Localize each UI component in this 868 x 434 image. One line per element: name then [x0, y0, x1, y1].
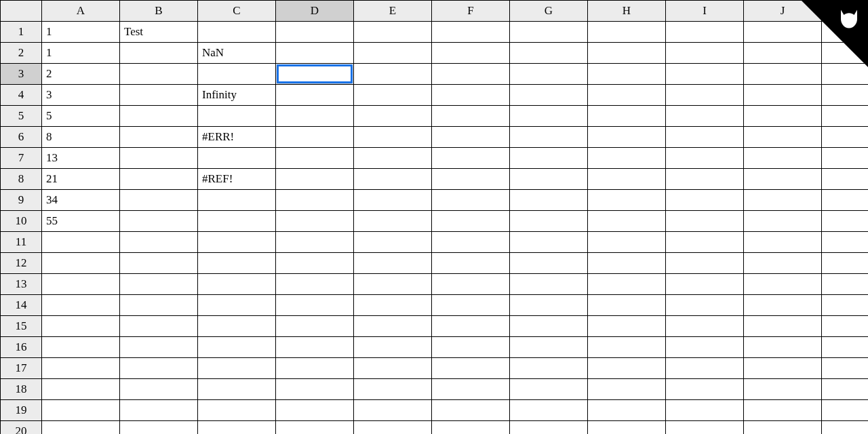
cell-F18[interactable]: [432, 379, 510, 400]
cell-K9[interactable]: [822, 190, 869, 211]
cell-I8[interactable]: [666, 169, 744, 190]
cell-E3[interactable]: [354, 64, 432, 85]
cell-K18[interactable]: [822, 379, 869, 400]
cell-J14[interactable]: [744, 295, 822, 316]
col-header-B[interactable]: B: [120, 1, 198, 22]
cell-B1[interactable]: Test: [120, 22, 198, 43]
cell-C4[interactable]: Infinity: [198, 85, 276, 106]
cell-D9[interactable]: [276, 190, 354, 211]
cell-K19[interactable]: [822, 400, 869, 421]
cell-A11[interactable]: [42, 232, 120, 253]
cell-K10[interactable]: [822, 211, 869, 232]
cell-G20[interactable]: [510, 421, 588, 435]
cell-I5[interactable]: [666, 106, 744, 127]
cell-K16[interactable]: [822, 337, 869, 358]
cell-F20[interactable]: [432, 421, 510, 435]
cell-F10[interactable]: [432, 211, 510, 232]
cell-K20[interactable]: [822, 421, 869, 435]
cell-C9[interactable]: [198, 190, 276, 211]
row-header-14[interactable]: 14: [1, 295, 42, 316]
cell-B9[interactable]: [120, 190, 198, 211]
cell-C14[interactable]: [198, 295, 276, 316]
cell-G6[interactable]: [510, 127, 588, 148]
cell-G3[interactable]: [510, 64, 588, 85]
cell-A12[interactable]: [42, 253, 120, 274]
row-header-6[interactable]: 6: [1, 127, 42, 148]
col-header-H[interactable]: H: [588, 1, 666, 22]
cell-B2[interactable]: [120, 43, 198, 64]
cell-F15[interactable]: [432, 316, 510, 337]
row-header-15[interactable]: 15: [1, 316, 42, 337]
row-header-5[interactable]: 5: [1, 106, 42, 127]
cell-K17[interactable]: [822, 358, 869, 379]
cell-E13[interactable]: [354, 274, 432, 295]
cell-I20[interactable]: [666, 421, 744, 435]
cell-E6[interactable]: [354, 127, 432, 148]
row-header-8[interactable]: 8: [1, 169, 42, 190]
cell-D3[interactable]: [276, 64, 354, 85]
cell-D4[interactable]: [276, 85, 354, 106]
cell-B15[interactable]: [120, 316, 198, 337]
cell-F17[interactable]: [432, 358, 510, 379]
cell-C15[interactable]: [198, 316, 276, 337]
cell-I6[interactable]: [666, 127, 744, 148]
cell-F9[interactable]: [432, 190, 510, 211]
cell-C6[interactable]: #ERR!: [198, 127, 276, 148]
cell-A2[interactable]: 1: [42, 43, 120, 64]
cell-D20[interactable]: [276, 421, 354, 435]
cell-H8[interactable]: [588, 169, 666, 190]
cell-K4[interactable]: [822, 85, 869, 106]
cell-D19[interactable]: [276, 400, 354, 421]
cell-C18[interactable]: [198, 379, 276, 400]
cell-G2[interactable]: [510, 43, 588, 64]
cell-H1[interactable]: [588, 22, 666, 43]
cell-F1[interactable]: [432, 22, 510, 43]
cell-J20[interactable]: [744, 421, 822, 435]
row-header-20[interactable]: 20: [1, 421, 42, 435]
cell-C7[interactable]: [198, 148, 276, 169]
cell-K3[interactable]: [822, 64, 869, 85]
col-header-J[interactable]: J: [744, 1, 822, 22]
cell-B8[interactable]: [120, 169, 198, 190]
cell-A3[interactable]: 2: [42, 64, 120, 85]
col-header-E[interactable]: E: [354, 1, 432, 22]
cell-D18[interactable]: [276, 379, 354, 400]
cell-D12[interactable]: [276, 253, 354, 274]
cell-H7[interactable]: [588, 148, 666, 169]
cell-K1[interactable]: [822, 22, 869, 43]
cell-G17[interactable]: [510, 358, 588, 379]
cell-E10[interactable]: [354, 211, 432, 232]
cell-K2[interactable]: [822, 43, 869, 64]
cell-C1[interactable]: [198, 22, 276, 43]
cell-F14[interactable]: [432, 295, 510, 316]
cell-G4[interactable]: [510, 85, 588, 106]
cell-H12[interactable]: [588, 253, 666, 274]
cell-I15[interactable]: [666, 316, 744, 337]
cell-B11[interactable]: [120, 232, 198, 253]
cell-J15[interactable]: [744, 316, 822, 337]
cell-G1[interactable]: [510, 22, 588, 43]
cell-A20[interactable]: [42, 421, 120, 435]
cell-B18[interactable]: [120, 379, 198, 400]
cell-J16[interactable]: [744, 337, 822, 358]
cell-E7[interactable]: [354, 148, 432, 169]
cell-B19[interactable]: [120, 400, 198, 421]
cell-F8[interactable]: [432, 169, 510, 190]
cell-B7[interactable]: [120, 148, 198, 169]
cell-B14[interactable]: [120, 295, 198, 316]
cell-C20[interactable]: [198, 421, 276, 435]
cell-H18[interactable]: [588, 379, 666, 400]
cell-H10[interactable]: [588, 211, 666, 232]
cell-J3[interactable]: [744, 64, 822, 85]
cell-H14[interactable]: [588, 295, 666, 316]
cell-C12[interactable]: [198, 253, 276, 274]
cell-A14[interactable]: [42, 295, 120, 316]
cell-G14[interactable]: [510, 295, 588, 316]
cell-A19[interactable]: [42, 400, 120, 421]
cell-K7[interactable]: [822, 148, 869, 169]
cell-J8[interactable]: [744, 169, 822, 190]
cell-D17[interactable]: [276, 358, 354, 379]
col-header-I[interactable]: I: [666, 1, 744, 22]
cell-E14[interactable]: [354, 295, 432, 316]
cell-H20[interactable]: [588, 421, 666, 435]
